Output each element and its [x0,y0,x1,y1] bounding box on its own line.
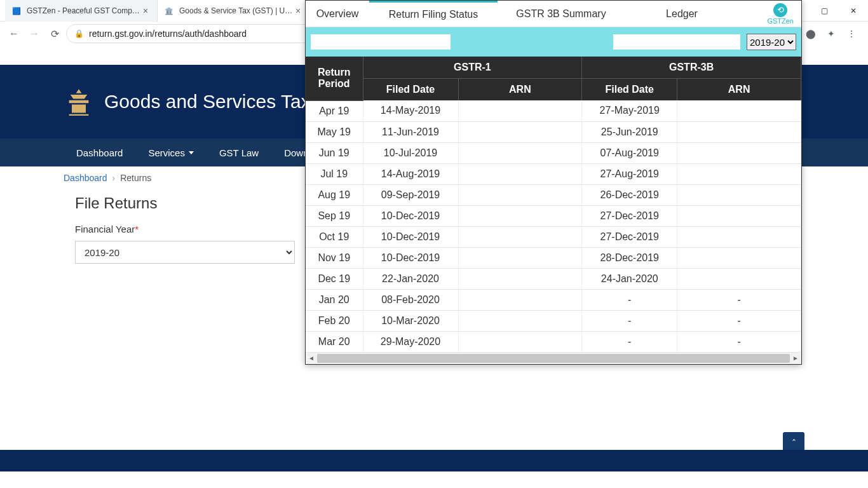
extensions-menu-icon[interactable]: ✦ [824,26,839,41]
cell-g1_filed: 14-Aug-2019 [363,163,458,184]
cell-g3b_filed: 27-Dec-2019 [582,226,677,247]
browser-tab-0[interactable]: 🟦 GSTZen - Peaceful GST Complian × [5,0,158,22]
tab-gstr3b-summary[interactable]: GSTR 3B Summary [498,1,625,27]
cell-g1_arn [458,184,582,205]
th-g3b-arn: ARN [677,79,801,101]
close-window-button[interactable]: ✕ [839,0,868,22]
cell-g1_filed: 22-Jan-2020 [363,268,458,289]
cell-g1_arn [458,247,582,268]
th-return-period: Return Period [306,57,363,100]
cell-g1_arn [458,331,582,352]
cell-g1_arn [458,310,582,331]
reload-button[interactable]: ⟳ [46,25,64,43]
cell-period: Oct 19 [306,226,363,247]
table-row: Sep 1910-Dec-201927-Dec-2019 [306,205,801,226]
cell-g3b_arn [677,226,801,247]
cell-g1_arn [458,268,582,289]
cell-g1_filed: 10-Jul-2019 [363,142,458,163]
tab-overview[interactable]: Overview [306,1,369,27]
cell-g1_arn [458,142,582,163]
popup-search-input-left[interactable] [311,34,451,50]
table-row: Aug 1909-Sep-201926-Dec-2019 [306,184,801,205]
cell-period: Jun 19 [306,142,363,163]
table-row: Jul 1914-Aug-201927-Aug-2019 [306,163,801,184]
table-row: Apr 1914-May-201927-May-2019 [306,100,801,121]
cell-g1_filed: 08-Feb-2020 [363,289,458,310]
maximize-button[interactable]: ▢ [810,0,839,22]
cell-period: Mar 20 [306,331,363,352]
table-row: May 1911-Jun-201925-Jun-2019 [306,121,801,142]
chevron-right-icon: › [112,173,116,183]
cell-g3b_arn: - [677,310,801,331]
scroll-left-icon[interactable]: ◄ [306,353,317,364]
scroll-thumb[interactable] [317,354,790,363]
breadcrumb-current: Returns [120,173,151,183]
cell-g1_arn [458,205,582,226]
table-row: Jan 2008-Feb-2020-- [306,289,801,310]
gstzen-popup: Overview Return Filing Status GSTR 3B Su… [305,0,802,365]
cell-g1_filed: 29-May-2020 [363,331,458,352]
close-icon[interactable]: × [140,6,151,16]
popup-brand: ⟲ GSTZen [739,1,801,27]
cell-g1_filed: 09-Sep-2019 [363,184,458,205]
th-gstr1: GSTR-1 [363,57,582,79]
table-row: Jun 1910-Jul-201907-Aug-2019 [306,142,801,163]
table-row: Mar 2029-May-2020-- [306,331,801,352]
forward-button[interactable]: → [25,25,43,43]
cell-g3b_arn [677,268,801,289]
cell-g1_filed: 10-Mar-2020 [363,310,458,331]
nav-dashboard[interactable]: Dashboard [64,139,135,166]
cell-g1_arn [458,163,582,184]
gstzen-extension-icon[interactable]: ⬤ [803,26,818,41]
scroll-right-icon[interactable]: ► [790,353,801,364]
cell-g3b_arn: - [677,331,801,352]
brand-icon: ⟲ [773,3,787,17]
favicon-icon: 🏛️ [164,6,174,16]
cell-g1_filed: 10-Dec-2019 [363,247,458,268]
table-row: Oct 1910-Dec-201927-Dec-2019 [306,226,801,247]
breadcrumb-link[interactable]: Dashboard [64,173,107,183]
lock-icon: 🔒 [74,29,84,38]
back-button[interactable]: ← [5,25,23,43]
cell-g3b_filed: - [582,331,677,352]
cell-g1_filed: 11-Jun-2019 [363,121,458,142]
nav-gst-law[interactable]: GST Law [207,139,271,166]
cell-g1_filed: 10-Dec-2019 [363,205,458,226]
close-icon[interactable]: × [293,6,303,16]
cell-g3b_filed: 27-Dec-2019 [582,205,677,226]
horizontal-scrollbar[interactable]: ◄ ► [306,353,801,364]
cell-g3b_filed: 25-Jun-2019 [582,121,677,142]
favicon-icon: 🟦 [11,6,22,16]
th-g1-arn: ARN [458,79,582,101]
cell-g3b_filed: - [582,310,677,331]
cell-g3b_filed: 07-Aug-2019 [582,142,677,163]
cell-g3b_filed: 24-Jan-2020 [582,268,677,289]
returns-table: Return Period GSTR-1 GSTR-3B Filed Date … [306,57,801,353]
cell-period: Feb 20 [306,310,363,331]
cell-period: Nov 19 [306,247,363,268]
site-title: Goods and Services Tax [104,91,311,112]
tab-ledger[interactable]: Ledger [625,1,739,27]
table-row: Nov 1910-Dec-201928-Dec-2019 [306,247,801,268]
table-wrap: Return Period GSTR-1 GSTR-3B Filed Date … [306,57,801,364]
chrome-menu-button[interactable]: ⋮ [844,26,859,41]
cell-g3b_arn [677,142,801,163]
financial-year-select[interactable]: 2019-20 [75,241,295,264]
cell-g3b_filed: 27-May-2019 [582,100,677,121]
cell-g3b_arn [677,163,801,184]
cell-g3b_filed: - [582,289,677,310]
tab-return-filing-status[interactable]: Return Filing Status [369,1,498,27]
year-select[interactable]: 2019-20 [747,34,796,50]
cell-period: Jul 19 [306,163,363,184]
popup-search-input-right[interactable] [613,34,740,50]
cell-period: Dec 19 [306,268,363,289]
tab-title: GSTZen - Peaceful GST Complian [27,6,140,15]
nav-services[interactable]: Services [135,139,207,166]
browser-tab-1[interactable]: 🏛️ Goods & Service Tax (GST) | User × [158,0,310,22]
url-text: return.gst.gov.in/returns/auth/dashboard [89,29,247,39]
th-gstr3b: GSTR-3B [582,57,801,79]
th-g3b-filed: Filed Date [582,79,677,101]
page-footer [0,450,868,471]
cell-g3b_arn: - [677,289,801,310]
cell-g3b_filed: 26-Dec-2019 [582,184,677,205]
